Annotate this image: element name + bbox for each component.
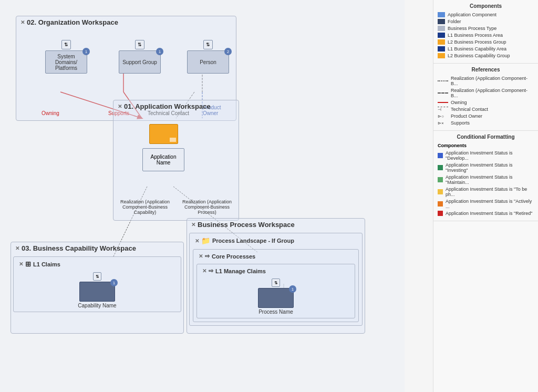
person-box[interactable]: 2 Person xyxy=(187,50,229,74)
cond-color-develop xyxy=(438,153,443,158)
sys-domains-control[interactable]: ⇅ xyxy=(61,40,71,49)
ref-po: ⊳○ Product Owner xyxy=(438,114,534,119)
ref-real1: Realization (Application Component-B... xyxy=(438,76,534,86)
sys-domains-badge: 1 xyxy=(82,48,90,55)
ref-label-owning: Owning xyxy=(451,100,467,105)
process-name-label: Process Name xyxy=(258,309,293,315)
app-title-text: 01. Application Workspace xyxy=(124,102,211,110)
bp-workspace: ✕ Business Process Workspace ✕ 📁 Process… xyxy=(187,218,365,334)
legend-color-l1bpa xyxy=(438,33,445,38)
legend-folder: Folder xyxy=(438,19,534,24)
person-badge: 2 xyxy=(224,48,232,55)
references-section: References Realization (Application Comp… xyxy=(433,64,538,131)
capability-box[interactable]: 1 xyxy=(79,282,115,302)
legend-label-bpt: Business Process Type xyxy=(448,26,496,31)
bc-workspace: ✕ 03. Business Capability Workspace ✕ ⊞ … xyxy=(11,242,184,334)
ref-tech: ⊣ Technical Contact xyxy=(438,107,534,112)
cp-collapse-icon[interactable]: ✕ xyxy=(199,253,203,259)
cond-label-investing: Application Investment Status is "Invest… xyxy=(446,162,534,173)
l1mc-title-text: L1 Manage Claims xyxy=(215,268,266,274)
support-group-control[interactable]: ⇅ xyxy=(135,40,144,49)
ref-line-supports: ⊳× xyxy=(438,121,448,126)
l1-manage-claims-title: ✕ ⇨ L1 Manage Claims xyxy=(198,265,354,276)
references-section-title: References xyxy=(438,67,534,73)
l1-claims-title: ✕ ⊞ L1 Claims xyxy=(15,258,180,270)
person-control[interactable]: ⇅ xyxy=(203,40,213,49)
legend-app-component: Application Component xyxy=(438,12,534,17)
bp-workspace-title: ✕ Business Process Workspace xyxy=(187,219,365,231)
conditional-section-title: Conditional Formatting xyxy=(438,134,534,140)
l1c-collapse-icon[interactable]: ✕ xyxy=(19,261,23,267)
support-group-label: Support Group xyxy=(122,59,157,65)
real2-label: Realization (Application Component-Busin… xyxy=(178,199,236,215)
folder-icon-pl: 📁 xyxy=(201,236,210,245)
org-title-text: 02. Organization Workspace xyxy=(27,18,118,26)
legend-label-folder: Folder xyxy=(448,19,461,24)
cond-tobe: Application Investment Status is "To be … xyxy=(438,187,534,197)
components-legend: Application Component Folder Business Pr… xyxy=(438,12,534,58)
l1mc-collapse-icon[interactable]: ✕ xyxy=(202,268,206,274)
support-group-node: ⇅ 1 Support Group xyxy=(119,40,161,74)
cp-title-text: Core Processes xyxy=(212,253,255,260)
ref-line-tech: ⊣ xyxy=(438,107,448,112)
arrow-icon-cp: ⇨ xyxy=(205,253,210,260)
l1-claims-ws: ✕ ⊞ L1 Claims ⇅ 1 Capability Name xyxy=(13,256,181,312)
process-control[interactable]: ⇅ xyxy=(272,278,280,287)
conditional-section: Conditional Formatting Components Applic… xyxy=(433,131,538,221)
process-landscape-title: ✕ 📁 Process Landscape - If Group xyxy=(191,234,361,247)
l1-manage-claims-ws: ✕ ⇨ L1 Manage Claims ⇅ 1 Process Name xyxy=(196,264,355,318)
cond-label-actively: Application Investment Status is "Active… xyxy=(446,199,534,209)
legend-color-folder xyxy=(438,19,445,24)
app-component-icon xyxy=(170,138,176,142)
support-group-box[interactable]: 1 Support Group xyxy=(119,50,161,74)
process-box[interactable]: 1 xyxy=(258,288,294,308)
org-collapse-icon[interactable]: ✕ xyxy=(20,19,25,25)
bc-title-text: 03. Business Capability Workspace xyxy=(22,244,136,252)
app-workspace-title: ✕ 01. Application Workspace xyxy=(113,100,239,112)
ref-supports: ⊳× Supports xyxy=(438,120,534,126)
cond-retired: Application Investment Status is "Retire… xyxy=(438,211,534,216)
real1-label: Realization (Application Component-Busin… xyxy=(116,199,174,215)
legend-label-l2bpg: L2 Business Process Group xyxy=(448,39,506,45)
legend-label-l1bca: L1 Business Capability Area xyxy=(448,46,506,51)
app-workspace: ✕ 01. Application Workspace Application … xyxy=(113,100,239,221)
pl-collapse-icon[interactable]: ✕ xyxy=(195,238,199,244)
real1-text: Realization (Application Component-Busin… xyxy=(120,199,170,215)
bc-workspace-title: ✕ 03. Business Capability Workspace xyxy=(11,242,183,254)
core-processes-title: ✕ ⇨ Core Processes xyxy=(194,251,357,262)
cond-label-tobe: Application Investment Status is "To be … xyxy=(446,187,534,197)
app-collapse-icon[interactable]: ✕ xyxy=(118,104,122,109)
bp-collapse-icon[interactable]: ✕ xyxy=(191,222,195,228)
bc-collapse-icon[interactable]: ✕ xyxy=(15,245,19,251)
app-component-box[interactable] xyxy=(149,124,178,144)
person-node: ⇅ 2 Person xyxy=(187,40,229,74)
legend-color-l1bca xyxy=(438,46,445,51)
app-name-box[interactable]: Application Name xyxy=(142,148,184,171)
cond-label-retired: Application Investment Status is "Retire… xyxy=(446,211,532,216)
right-panel: Components Application Component Folder … xyxy=(433,0,538,392)
cond-maintain: Application Investment Status is "Mainta… xyxy=(438,174,534,185)
process-landscape-ws: ✕ 📁 Process Landscape - If Group ✕ ⇨ Cor… xyxy=(189,233,363,326)
core-processes-ws: ✕ ⇨ Core Processes ✕ ⇨ L1 Manage Claims … xyxy=(193,249,359,322)
cond-investing: Application Investment Status is "Invest… xyxy=(438,162,534,173)
cond-color-retired xyxy=(438,211,443,216)
conditional-components-label: Components xyxy=(438,143,534,148)
cond-color-tobe xyxy=(438,189,443,194)
real2-text: Realization (Application Component-Busin… xyxy=(182,199,232,215)
l1c-title-text: L1 Claims xyxy=(33,261,60,267)
owning-label: Owning xyxy=(42,110,59,116)
legend-bpt: Business Process Type xyxy=(438,26,534,31)
capability-control[interactable]: ⇅ xyxy=(93,272,101,281)
pl-title-text: Process Landscape - If Group xyxy=(212,238,294,244)
ref-label-supports: Supports xyxy=(451,120,470,126)
capability-name-label: Capability Name xyxy=(78,303,116,308)
sys-domains-box[interactable]: 1 System Domains/ Platforms xyxy=(45,50,87,74)
cond-color-maintain xyxy=(438,177,443,182)
cond-color-actively xyxy=(438,201,443,207)
legend-label-l2bcg: L2 Business Capability Group xyxy=(448,53,510,58)
cond-develop: Application Investment Status is "Develo… xyxy=(438,150,534,161)
ref-owning: Owning xyxy=(438,100,534,105)
ref-line-po: ⊳○ xyxy=(438,114,448,119)
cond-color-investing xyxy=(438,165,443,170)
ref-label-tech: Technical Contact xyxy=(451,107,488,112)
